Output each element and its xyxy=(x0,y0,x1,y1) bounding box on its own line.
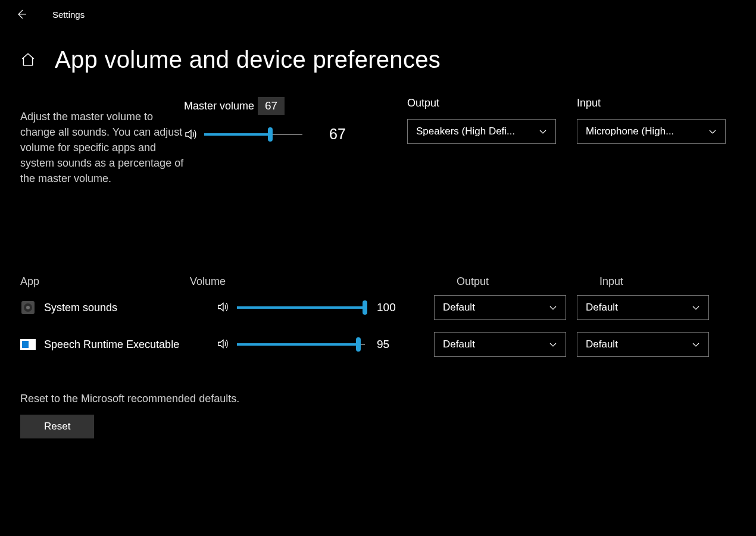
master-input-label: Input xyxy=(577,97,736,109)
app-input-selected: Default xyxy=(586,302,692,314)
slider-fill xyxy=(237,306,365,309)
titlebar: Settings xyxy=(0,0,756,29)
app-output-dropdown[interactable]: Default xyxy=(434,332,566,357)
app-input-selected: Default xyxy=(586,338,692,350)
speaker-icon xyxy=(217,300,230,314)
master-mute-button[interactable] xyxy=(184,127,198,142)
slider-thumb[interactable] xyxy=(268,127,273,142)
speaker-icon xyxy=(217,337,230,350)
back-button[interactable] xyxy=(12,5,31,24)
slider-fill xyxy=(237,343,358,346)
chevron-down-icon xyxy=(692,303,700,312)
master-volume-slider[interactable] xyxy=(204,127,302,142)
master-volume-label: Master volume 67 xyxy=(184,97,386,115)
speech-runtime-icon xyxy=(20,337,36,352)
back-arrow-icon xyxy=(15,8,27,20)
app-output-dropdown[interactable]: Default xyxy=(434,295,566,320)
master-output-label: Output xyxy=(407,97,577,109)
home-button[interactable] xyxy=(20,52,37,68)
app-row-system-sounds: System sounds 100 Default xyxy=(20,295,736,320)
page-title: App volume and device preferences xyxy=(55,46,441,73)
master-description: Adjust the master volume to change all s… xyxy=(20,97,184,186)
master-input-dropdown[interactable]: Microphone (High... xyxy=(577,119,726,144)
app-input-dropdown[interactable]: Default xyxy=(577,332,709,357)
master-output-dropdown[interactable]: Speakers (High Defi... xyxy=(407,119,556,144)
slider-fill xyxy=(204,133,270,136)
header-input: Input xyxy=(595,275,736,288)
app-mute-button[interactable] xyxy=(217,337,231,352)
header-volume: Volume xyxy=(190,275,452,288)
reset-button[interactable]: Reset xyxy=(20,415,94,438)
master-volume-tooltip: 67 xyxy=(258,97,285,115)
chevron-down-icon xyxy=(539,127,547,136)
app-output-selected: Default xyxy=(443,302,549,314)
slider-thumb[interactable] xyxy=(363,300,367,315)
app-mute-button[interactable] xyxy=(217,300,231,315)
chevron-down-icon xyxy=(549,303,557,312)
app-input-dropdown[interactable]: Default xyxy=(577,295,709,320)
app-name: System sounds xyxy=(44,302,117,314)
slider-thumb[interactable] xyxy=(356,337,361,352)
master-input-selected: Microphone (High... xyxy=(586,126,708,137)
svg-point-2 xyxy=(26,306,30,309)
header-app: App xyxy=(20,275,190,288)
master-output-selected: Speakers (High Defi... xyxy=(416,126,539,137)
master-volume-label-text: Master volume xyxy=(184,100,254,112)
header-output: Output xyxy=(452,275,595,288)
app-volume-slider[interactable] xyxy=(237,300,365,315)
window-title: Settings xyxy=(52,10,85,20)
master-volume-value: 67 xyxy=(329,126,346,143)
chevron-down-icon xyxy=(708,127,717,136)
app-row-speech-runtime: Speech Runtime Executable 95 Default xyxy=(20,332,736,357)
app-name: Speech Runtime Executable xyxy=(44,338,179,351)
app-output-selected: Default xyxy=(443,338,549,350)
home-icon xyxy=(20,52,36,67)
reset-description: Reset to the Microsoft recommended defau… xyxy=(20,393,736,405)
app-section-headers: App Volume Output Input xyxy=(20,275,736,288)
app-volume-value: 95 xyxy=(377,338,399,351)
chevron-down-icon xyxy=(692,340,700,349)
speaker-icon xyxy=(184,127,198,142)
svg-rect-4 xyxy=(22,341,29,348)
app-volume-slider[interactable] xyxy=(237,337,365,352)
chevron-down-icon xyxy=(549,340,557,349)
system-sounds-icon xyxy=(20,300,36,315)
app-volume-value: 100 xyxy=(377,301,399,314)
